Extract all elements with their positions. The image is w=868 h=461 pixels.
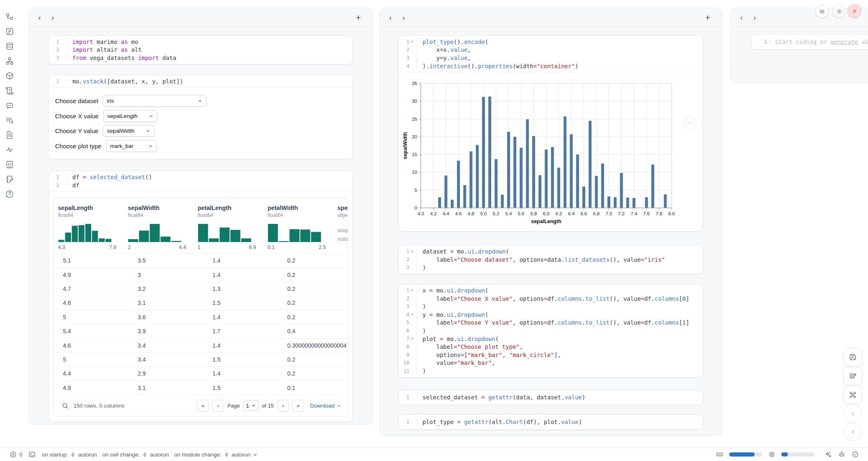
fold-chevron-icon[interactable]: ▼	[410, 337, 414, 341]
runtime-config-segment[interactable]: on cell change:autorun	[102, 452, 169, 458]
code-editor[interactable]: 1▼23dataset = mo.ui.dropdown( label="Cho…	[399, 245, 703, 274]
table-row[interactable]: 5.13.51.40.2setosa	[53, 254, 348, 267]
activity-icon[interactable]	[5, 145, 14, 154]
stop-icon	[849, 410, 857, 418]
code-editor[interactable]: 1 Start coding or generate with AI	[751, 35, 868, 49]
code-line: options=["mark_bar", "mark_circle"],	[417, 351, 703, 359]
add-cell-button[interactable]: +	[703, 13, 713, 22]
code-editor[interactable]: 123import marimo as moimport altair as a…	[48, 36, 353, 64]
code-editor[interactable]: 12df = selected_dataset()df	[48, 171, 353, 191]
table-row[interactable]: 4.63.41.40.30000000000000004setosa	[53, 338, 348, 352]
dropdown-select[interactable]: mark_bar	[106, 140, 157, 152]
code-line: plot_type = getattr(alt.Chart(df), plot.…	[417, 418, 703, 426]
dropdown-row: Choose plot typemark_bar	[55, 138, 353, 154]
table-row[interactable]: 53.41.50.2setosa	[53, 352, 348, 366]
table-column-header[interactable]: petalWidthfloat640.12.5	[268, 205, 337, 250]
page-select[interactable]: 1	[243, 400, 259, 411]
save-button[interactable]	[843, 348, 862, 366]
table-row[interactable]: 4.63.11.50.2setosa	[53, 296, 348, 310]
run-button[interactable]	[844, 423, 862, 441]
last-page-button[interactable]: »	[292, 400, 304, 412]
stop-button[interactable]	[844, 405, 862, 423]
table-row[interactable]: 5.43.91.70.4setosa	[53, 324, 348, 338]
table-header-row: sepalLengthfloat644.37.9sepalWidthfloat6…	[53, 198, 348, 254]
dropdown-select[interactable]: sepalLength	[103, 110, 157, 122]
dependency-graph-icon[interactable]	[5, 56, 14, 66]
first-page-button[interactable]: «	[197, 400, 209, 412]
fold-chevron-icon[interactable]: ▼	[410, 40, 414, 44]
download-button[interactable]: Download	[310, 403, 341, 409]
column-prev-button[interactable]: ‹	[389, 14, 392, 21]
add-cell-button[interactable]: +	[353, 13, 363, 22]
table-cell: 4.9	[58, 272, 133, 278]
runtime-config-segment[interactable]: on startup:autorun	[42, 452, 97, 458]
code-line: )	[417, 264, 703, 272]
list-search-icon[interactable]	[5, 115, 14, 125]
table-row[interactable]: 53.61.40.2setosa	[53, 310, 348, 324]
column-next-button[interactable]: ›	[51, 14, 54, 21]
column-type: float64	[268, 212, 337, 218]
keyboard-shortcuts-button[interactable]	[843, 386, 862, 404]
code-editor[interactable]: 1mo.vstack([dataset, x, y, plot])	[48, 75, 353, 88]
table-column-header[interactable]: petalLengthfloat6416.9	[198, 205, 268, 250]
chart-actions-button[interactable]: ●●●	[683, 116, 697, 129]
file-tree-icon[interactable]	[5, 12, 14, 21]
errors-badge[interactable]: 0	[9, 451, 23, 459]
settings-button[interactable]	[833, 5, 845, 18]
search-icon[interactable]	[62, 402, 69, 409]
dropdown-select[interactable]: iris	[103, 95, 206, 107]
table-cell: 0.2	[282, 370, 348, 377]
function-icon[interactable]	[5, 26, 14, 36]
memory-usage-bar	[729, 452, 762, 456]
code-line: mo.vstack([dataset, x, y, plot])	[67, 77, 353, 85]
runtime-config-segment[interactable]: on module change:autorun	[174, 452, 258, 458]
table-cell: 3	[133, 272, 208, 278]
column-next-button[interactable]: ›	[402, 14, 405, 21]
shutdown-button[interactable]	[847, 4, 861, 18]
column-next-button[interactable]: ›	[753, 14, 756, 21]
fold-chevron-icon[interactable]: ▼	[410, 313, 414, 316]
connection-status-button[interactable]	[851, 451, 859, 459]
table-row[interactable]: 4.93.11.50.1setosa	[53, 380, 348, 394]
generate-with-ai-link[interactable]: generate	[831, 39, 858, 45]
snippets-icon[interactable]	[5, 159, 14, 169]
table-column-header[interactable]: sepalLengthfloat644.37.9	[58, 205, 128, 250]
fold-chevron-icon[interactable]: ▼	[410, 288, 414, 292]
next-page-button[interactable]: ›	[277, 400, 289, 412]
table-cell: 3.2	[133, 286, 208, 292]
ai-sparkles-button[interactable]	[824, 451, 832, 459]
chat-bot-icon[interactable]	[5, 100, 14, 110]
fold-chevron-icon[interactable]: ▼	[410, 250, 414, 254]
line-number: 1	[399, 394, 417, 402]
table-column-header[interactable]: speciesobjectunique:nulls:	[337, 205, 348, 250]
layout-button[interactable]	[843, 367, 862, 385]
column-prev-button[interactable]: ‹	[740, 14, 743, 21]
table-row[interactable]: 4.42.91.40.2setosa	[53, 366, 348, 380]
prev-page-button[interactable]: ‹	[212, 400, 224, 412]
notebook-menu-button[interactable]	[815, 5, 828, 18]
table-cell: 0.2	[282, 314, 348, 320]
bar-chart: 4.04.24.44.64.85.05.25.45.65.86.06.26.46…	[402, 79, 693, 230]
table-row[interactable]: 4.73.21.30.2setosa	[53, 281, 348, 295]
code-editor[interactable]: 1plot_type = getattr(alt.Chart(df), plot…	[399, 415, 703, 429]
scroll-icon[interactable]	[5, 85, 14, 95]
code-line: y = mo.ui.dropdown(	[417, 311, 703, 319]
command-icon	[849, 391, 857, 399]
cell-chart: 1▼234plot_type().encode( x=x.value, y=y.…	[398, 35, 703, 232]
chat-bot-button[interactable]	[838, 451, 845, 459]
help-icon[interactable]	[5, 189, 14, 199]
svg-text:5.2: 5.2	[493, 211, 499, 216]
column-prev-button[interactable]: ‹	[38, 14, 41, 21]
dropdown-select[interactable]: sepalWidth	[103, 125, 155, 137]
document-icon[interactable]	[5, 130, 14, 140]
column-max: 4.4	[179, 244, 186, 250]
code-editor[interactable]: 1▼234plot_type().encode( x=x.value, y=y.…	[399, 36, 703, 72]
code-editor[interactable]: 1selected_dataset = getattr(data, datase…	[399, 390, 703, 405]
table-row[interactable]: 4.931.40.2setosa	[53, 267, 348, 281]
terminal-button[interactable]	[28, 451, 36, 459]
package-icon[interactable]	[5, 71, 14, 81]
scratchpad-icon[interactable]	[5, 174, 14, 184]
table-column-header[interactable]: sepalWidthfloat6424.4	[128, 205, 198, 250]
database-icon[interactable]	[5, 41, 14, 51]
code-editor[interactable]: 1▼234▼567▼891011x = mo.ui.dropdown( labe…	[399, 284, 703, 377]
